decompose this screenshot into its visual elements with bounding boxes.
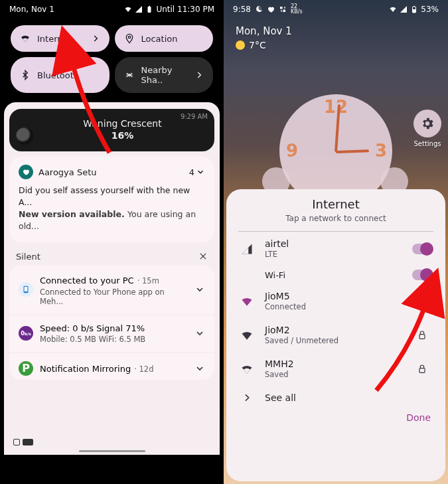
svg-point-2 [128, 36, 130, 38]
phone-left-notification-shade: Mon, Nov 1 Until 11:30 PM Internet Locat… [0, 0, 224, 484]
svg-rect-6 [413, 9, 416, 13]
settings-label: Settings [413, 140, 441, 147]
see-all-label: See all [265, 392, 432, 403]
wifi-network-status: Saved / Unmetered [265, 336, 402, 345]
notification-shade: 9:29 AM Waning Crescent 16% Aarogya Setu… [4, 102, 220, 455]
chevron-right-icon [194, 70, 204, 80]
battery-icon [145, 5, 153, 13]
qs-tile-label: Location [141, 34, 178, 44]
status-date: Mon, Nov 1 [9, 5, 54, 14]
chevron-down-icon[interactable] [194, 328, 205, 339]
home-temp: 7°C [249, 40, 266, 50]
status-battery-pct: 53% [421, 5, 439, 14]
app-icon-aarogya [19, 165, 33, 179]
chevron-down-icon [196, 167, 205, 177]
chevron-down-icon[interactable] [194, 284, 205, 295]
wifi-network-name: JioM5 [265, 291, 402, 301]
qs-tile-internet[interactable]: Internet [11, 25, 110, 52]
svg-rect-4 [25, 287, 28, 291]
home-weather[interactable]: 7°C [224, 37, 448, 53]
see-all-row[interactable]: See all [226, 386, 445, 410]
heart-icon [267, 5, 275, 13]
wifi-network-status: Connected [265, 302, 402, 311]
mobile-network-name: airtel [265, 238, 402, 249]
gesture-pill[interactable] [79, 450, 145, 452]
nearby-share-icon [124, 70, 135, 80]
qs-tile-label: Internet [37, 34, 72, 44]
wifi-icon [240, 295, 254, 308]
battery-icon [410, 5, 418, 13]
moon-card-percent: 16% [40, 130, 205, 141]
wifi-network-row[interactable]: MMH2 Saved [226, 352, 445, 386]
wifi-icon [124, 5, 132, 13]
app-icon-your-phone [19, 282, 33, 297]
notification-app-name: Aarogya Setu [38, 167, 97, 177]
phone-right-internet-panel: 9:58 22KB/s 53% Mon, Nov 1 7°C 12 3 9 [224, 0, 448, 484]
quick-settings-grid: Internet Location Bluetooth Nearby Sha.. [0, 19, 224, 98]
moon-phase-card[interactable]: 9:29 AM Waning Crescent 16% [9, 109, 214, 151]
home-date[interactable]: Mon, Nov 1 [224, 19, 448, 37]
wifi-settings-button[interactable] [412, 295, 432, 307]
done-button[interactable]: Done [226, 410, 445, 432]
notification-age: 15m [142, 276, 159, 285]
qs-tile-label: Bluetooth [37, 70, 79, 80]
wifi-label: Wi-Fi [265, 270, 402, 280]
wifi-toggle[interactable] [412, 270, 432, 280]
status-bar: Mon, Nov 1 Until 11:30 PM [0, 0, 224, 19]
wifi-icon [20, 33, 31, 44]
app-icon-speed: 0b/s [19, 326, 33, 341]
location-icon [124, 33, 135, 44]
chevron-down-icon[interactable] [194, 363, 205, 374]
signal-icon [135, 5, 143, 13]
signal-icon [240, 243, 254, 255]
app-icon-pushbullet: P [19, 361, 33, 376]
lock-icon [412, 364, 432, 374]
wifi-icon [389, 5, 397, 13]
mobile-network-tech: LTE [265, 250, 402, 259]
notification-sub: Mobile: 0.5 MB WiFi: 6.5 MB [40, 335, 188, 344]
wifi-network-row[interactable]: JioM5 Connected [226, 284, 445, 318]
wifi-icon [240, 363, 254, 376]
svg-rect-8 [419, 334, 425, 339]
gear-icon [413, 110, 441, 137]
notification-card-speed[interactable]: 0b/s Speed: 0 b/s Signal 71% Mobile: 0.5… [9, 315, 214, 352]
wifi-network-row[interactable]: JioM2 Saved / Unmetered [226, 318, 445, 352]
status-alarm-text: Until 11:30 PM [156, 5, 214, 14]
mobile-data-toggle[interactable] [412, 244, 432, 254]
settings-shortcut[interactable]: Settings [413, 110, 441, 147]
notification-title: Connected to your PC [40, 276, 134, 285]
wifi-network-name: MMH2 [265, 359, 402, 369]
data-icon [279, 5, 287, 13]
wifi-icon [240, 329, 254, 342]
status-right-cluster: Until 11:30 PM [124, 5, 214, 14]
sheet-subtitle: Tap a network to connect [226, 214, 445, 223]
notification-sub: Connected to Your Phone app on Meh... [40, 287, 188, 306]
lock-icon [412, 330, 432, 341]
status-time: 9:58 [233, 5, 251, 14]
chevron-right-icon [240, 392, 254, 403]
sun-icon [236, 40, 245, 50]
mobile-network-row[interactable]: airtel LTE [226, 232, 445, 266]
notification-title: Speed: 0 b/s Signal 71% [40, 323, 188, 333]
notification-title: Notification Mirroring [40, 364, 131, 374]
qs-tile-nearby-share[interactable]: Nearby Sha.. [115, 57, 214, 93]
internet-bottom-sheet: Internet Tap a network to connect airtel… [226, 189, 445, 481]
wifi-section-header: Wi-Fi [226, 266, 445, 284]
app-chip-icon [23, 439, 33, 445]
close-icon[interactable] [198, 252, 208, 261]
notification-line: New version available. You are using an … [19, 208, 205, 232]
notification-time: 9:29 AM [181, 113, 208, 120]
sheet-title: Internet [226, 197, 445, 211]
qs-tile-bluetooth[interactable]: Bluetooth [11, 57, 110, 93]
notification-count-toggle[interactable]: 4 [189, 167, 205, 177]
notification-card-mirroring[interactable]: P Notification Mirroring · 12d [9, 353, 214, 380]
notification-card-aarogya[interactable]: Aarogya Setu 4 Did you self assess yours… [9, 157, 214, 242]
silent-section-header: Silent [4, 242, 220, 266]
qs-tile-location[interactable]: Location [115, 25, 214, 52]
notification-card-your-phone[interactable]: Connected to your PC · 15m Connected to … [9, 266, 214, 314]
dnd-icon [255, 5, 263, 13]
overflow-app-icons[interactable] [13, 439, 33, 445]
chevron-right-icon [91, 34, 100, 43]
notification-line: Did you self assess yourself with the ne… [19, 185, 205, 208]
wifi-network-name: JioM2 [265, 325, 402, 335]
